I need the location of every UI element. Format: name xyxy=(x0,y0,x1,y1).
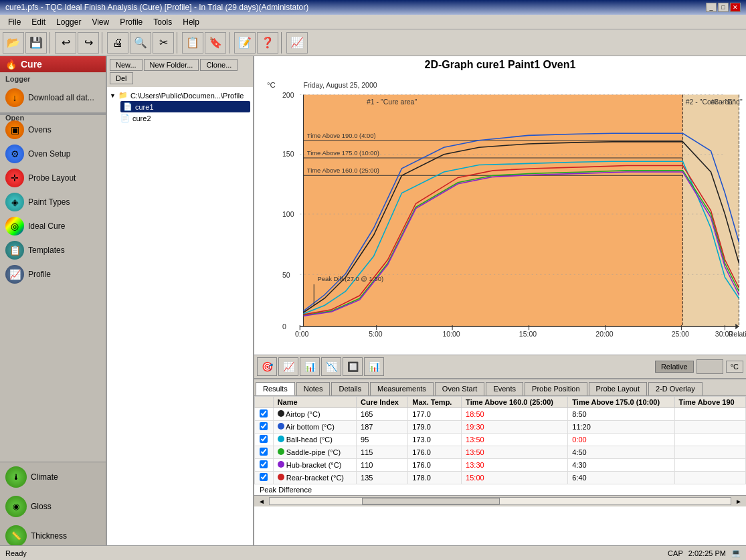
toolbar-open[interactable]: 📂 xyxy=(3,32,24,54)
toolbar-chart[interactable]: 📈 xyxy=(286,32,308,54)
sidebar-item-ovens[interactable]: ▣ Ovens xyxy=(0,118,106,142)
row-checkbox-3[interactable] xyxy=(255,446,274,459)
minimize-button[interactable]: _ xyxy=(706,3,717,12)
chart-tool-line[interactable]: 📈 xyxy=(278,357,298,376)
sidebar-item-oven-setup[interactable]: ⚙ Oven Setup xyxy=(0,142,106,166)
menu-edit[interactable]: Edit xyxy=(26,16,51,28)
status-icon: 💻 xyxy=(731,549,741,557)
svg-text:150: 150 xyxy=(282,150,294,158)
col-time-160: Time Above 160.0 (25:00) xyxy=(462,397,568,408)
sidebar-item-download[interactable]: ↓ Download all dat... xyxy=(0,86,106,110)
menu-file[interactable]: File xyxy=(3,16,26,28)
sidebar-item-gloss[interactable]: ◉ Gloss xyxy=(0,492,106,521)
tree-root[interactable]: ▼ 📁 C:\Users\Public\Documen...\Profile xyxy=(110,90,250,101)
tab-oven-start[interactable]: Oven Start xyxy=(435,382,485,395)
sidebar-item-templates[interactable]: 📋 Templates xyxy=(0,238,106,262)
new-folder-button[interactable]: New Folder... xyxy=(144,59,199,71)
tab-2d-overlay[interactable]: 2-D Overlay xyxy=(648,382,703,395)
title-bar-buttons: _ □ ✕ xyxy=(706,3,741,12)
delete-button[interactable]: Del xyxy=(110,72,133,84)
climate-icon: 🌡 xyxy=(5,466,27,488)
toolbar-help-btn[interactable]: ❓ xyxy=(257,32,278,54)
chart-tool-hist[interactable]: 📊 xyxy=(364,357,384,376)
chart-tool-area[interactable]: 📉 xyxy=(321,357,341,376)
row-checkbox-2[interactable] xyxy=(255,434,274,446)
tree-item-cure2[interactable]: 📄 cure2 xyxy=(120,112,250,124)
tab-notes[interactable]: Notes xyxy=(296,382,331,395)
status-cap: CAP xyxy=(668,549,683,557)
row-time160-0: 18:50 xyxy=(462,408,568,421)
col-time-175: Time Above 175.0 (10:00) xyxy=(568,397,674,408)
chart-tool-scatter[interactable]: 🔲 xyxy=(343,357,363,376)
toolbar-bookmark[interactable]: 🔖 xyxy=(205,32,226,54)
table-row: Rear-bracket (°C) 135 178.0 15:00 6:40 xyxy=(255,472,746,484)
sidebar: 🔥 Cure Logger ↓ Download all dat... Open… xyxy=(0,56,107,560)
toolbar-redo[interactable]: ↪ xyxy=(78,32,99,54)
menu-logger[interactable]: Logger xyxy=(51,16,86,28)
menu-view[interactable]: View xyxy=(86,16,114,28)
peak-difference-label: Peak Difference xyxy=(260,486,312,494)
menu-tools[interactable]: Tools xyxy=(148,16,177,28)
row-time160-1: 19:30 xyxy=(462,421,568,434)
toolbar-undo[interactable]: ↩ xyxy=(55,32,76,54)
tab-probe-layout[interactable]: Probe Layout xyxy=(589,382,647,395)
toolbar-print[interactable]: 🖨 xyxy=(107,32,128,54)
gloss-label: Gloss xyxy=(31,502,52,511)
row-name-4: Hub-bracket (°C) xyxy=(273,459,356,472)
tree-expand-icon: ▼ xyxy=(110,92,116,99)
menu-profile[interactable]: Profile xyxy=(114,16,148,28)
sidebar-item-profile[interactable]: 📈 Profile xyxy=(0,262,106,286)
window-title: cure1.pfs - TQC Ideal Finish Analysis (C… xyxy=(5,3,308,12)
chart-area: 2D-Graph cure1 Paint1 Oven1 °C Friday, A… xyxy=(254,56,746,560)
maximize-button[interactable]: □ xyxy=(718,3,729,12)
row-checkbox-5[interactable] xyxy=(255,472,274,484)
logger-section: Logger xyxy=(0,72,106,86)
tab-details[interactable]: Details xyxy=(331,382,369,395)
tab-probe-position[interactable]: Probe Position xyxy=(525,382,587,395)
chart-tool-bar[interactable]: 📊 xyxy=(300,357,320,376)
close-button[interactable]: ✕ xyxy=(730,3,741,12)
sidebar-item-climate[interactable]: 🌡 Climate xyxy=(0,462,106,492)
tree-root-label: C:\Users\Public\Documen...\Profile xyxy=(130,92,244,100)
row-time175-0: 8:50 xyxy=(568,408,674,421)
svg-text:5:00: 5:00 xyxy=(369,330,383,338)
scroll-thumb[interactable] xyxy=(362,498,500,504)
row-checkbox-0[interactable] xyxy=(255,408,274,421)
sidebar-item-ideal-cure[interactable]: ◎ Ideal Cure xyxy=(0,214,106,238)
col-max-temp: Max. Temp. xyxy=(408,397,462,408)
tab-results[interactable]: Results xyxy=(256,382,295,395)
toolbar-note[interactable]: 📝 xyxy=(234,32,256,54)
scroll-left-arrow[interactable]: ◄ xyxy=(257,498,266,505)
chart-tool-target[interactable]: 🎯 xyxy=(257,357,277,376)
sidebar-item-paint-types[interactable]: ◈ Paint Types xyxy=(0,190,106,214)
menu-help[interactable]: Help xyxy=(177,16,205,28)
scroll-right-arrow[interactable]: ► xyxy=(734,498,743,505)
relative-button[interactable]: Relative xyxy=(655,361,694,373)
toolbar-save[interactable]: 💾 xyxy=(25,32,47,54)
probe-dot-5 xyxy=(278,474,284,480)
results-scroll: ◄ ► xyxy=(254,495,746,506)
clone-button[interactable]: Clone... xyxy=(200,59,238,71)
unit-button[interactable]: °C xyxy=(726,361,743,373)
tab-events[interactable]: Events xyxy=(486,382,523,395)
file-icon-cure1: 📄 xyxy=(123,102,132,111)
tab-measurements[interactable]: Measurements xyxy=(370,382,434,395)
row-cure-index-4: 110 xyxy=(357,459,408,472)
toolbar-cut[interactable]: ✂ xyxy=(153,32,174,54)
tree-item-cure1[interactable]: 📄 cure1 xyxy=(120,101,250,112)
table-row: Airtop (°C) 165 177.0 18:50 8:50 xyxy=(255,408,746,421)
row-name-2: Ball-head (°C) xyxy=(273,434,356,446)
svg-text:0:00: 0:00 xyxy=(295,330,309,338)
new-button[interactable]: New... xyxy=(110,59,143,71)
file-tree: ▼ 📁 C:\Users\Public\Documen...\Profile 📄… xyxy=(107,87,253,560)
probe-dot-1 xyxy=(278,423,284,430)
sidebar-item-probe-layout[interactable]: ✛ Probe Layout xyxy=(0,166,106,190)
row-checkbox-1[interactable] xyxy=(255,421,274,434)
toolbar-search[interactable]: 🔍 xyxy=(130,32,151,54)
peak-difference-row: Peak Difference xyxy=(254,484,746,495)
scroll-track[interactable] xyxy=(269,497,731,505)
toolbar-copy[interactable]: 📋 xyxy=(182,32,203,54)
row-checkbox-4[interactable] xyxy=(255,459,274,472)
chart-container: °C Friday, August 25, 2000 #1 - "Cure ar… xyxy=(254,74,746,355)
svg-text:0: 0 xyxy=(282,322,286,331)
